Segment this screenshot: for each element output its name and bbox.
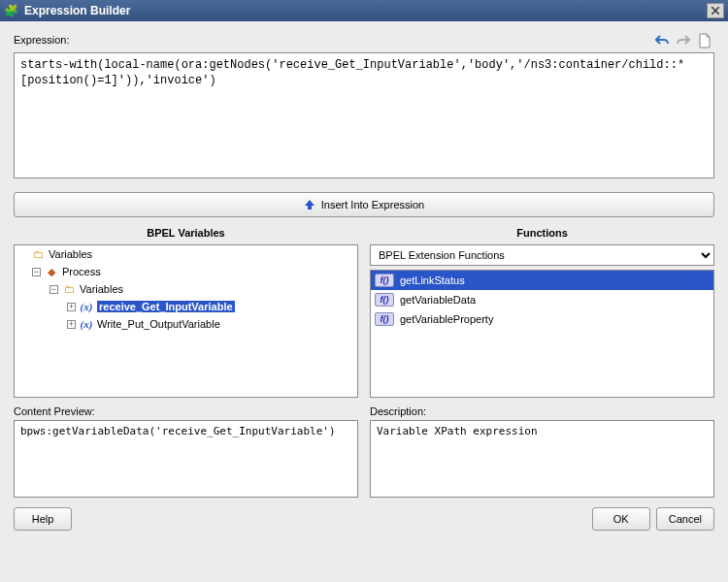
function-label: getLinkStatus — [400, 275, 465, 286]
expression-label: Expression: — [14, 34, 69, 46]
variable-icon: (x) — [80, 317, 93, 331]
function-item[interactable]: f() getVariableData — [371, 290, 713, 309]
close-button[interactable] — [707, 3, 724, 18]
function-icon: f() — [375, 312, 394, 326]
cancel-button[interactable]: Cancel — [656, 507, 714, 531]
folder-icon: 🗀 — [31, 247, 45, 261]
function-label: getVariableProperty — [400, 313, 493, 325]
process-icon: ◆ — [45, 265, 58, 278]
clear-button[interactable] — [695, 31, 714, 50]
expression-textarea[interactable]: starts-with(local-name(ora:getNodes('rec… — [14, 52, 714, 178]
collapse-icon[interactable]: − — [32, 268, 41, 276]
titlebar: 🧩 Expression Builder — [0, 0, 728, 21]
folder-icon: 🗀 — [62, 282, 76, 296]
collapse-icon[interactable]: − — [50, 285, 58, 294]
undo-icon — [654, 33, 670, 48]
insert-up-icon — [304, 199, 315, 210]
function-icon: f() — [375, 274, 394, 287]
insert-button-label: Insert Into Expression — [321, 199, 424, 210]
tree-node-process[interactable]: − ◆ Process — [15, 263, 357, 280]
tree-node-variable[interactable]: + (x) receive_Get_InputVariable — [15, 298, 357, 315]
tree-node-variable[interactable]: + (x) Write_Put_OutputVariable — [15, 315, 357, 333]
tree-label: Write_Put_OutputVariable — [97, 318, 220, 330]
redo-button[interactable] — [674, 31, 693, 50]
insert-into-expression-button[interactable]: Insert Into Expression — [14, 192, 714, 217]
ok-button[interactable]: OK — [592, 507, 650, 531]
description-area: Variable XPath expression — [370, 420, 714, 498]
function-category-dropdown[interactable]: BPEL Extension Functions — [370, 244, 714, 266]
undo-button[interactable] — [652, 31, 672, 50]
expand-icon[interactable]: + — [67, 303, 76, 311]
functions-header: Functions — [370, 225, 714, 244]
variable-icon: (x) — [80, 300, 93, 313]
tree-label: Process — [62, 266, 101, 277]
window-title: Expression Builder — [24, 4, 130, 17]
functions-list-panel[interactable]: f() getLinkStatus f() getVariableData f(… — [370, 270, 714, 398]
function-item[interactable]: f() getLinkStatus — [371, 271, 713, 290]
page-icon — [698, 33, 711, 48]
function-icon: f() — [375, 293, 394, 307]
expand-icon[interactable]: + — [67, 320, 76, 329]
tree-label: Variables — [80, 283, 123, 295]
close-icon — [711, 7, 719, 15]
function-label: getVariableData — [400, 294, 476, 306]
content-preview-area: bpws:getVariableData('receive_Get_InputV… — [14, 420, 358, 498]
redo-icon — [676, 33, 691, 48]
help-button[interactable]: Help — [14, 507, 72, 531]
function-item[interactable]: f() getVariableProperty — [371, 309, 713, 329]
app-icon: 🧩 — [4, 4, 18, 17]
dialog-footer: Help OK Cancel — [0, 498, 728, 544]
tree-label: Variables — [49, 248, 92, 260]
tree-root-variables[interactable]: 🗀 Variables — [15, 245, 357, 263]
tree-label: receive_Get_InputVariable — [97, 301, 235, 312]
bpel-variables-header: BPEL Variables — [14, 225, 358, 244]
tree-node-variables-folder[interactable]: − 🗀 Variables — [15, 280, 357, 298]
variables-tree-panel[interactable]: 🗀 Variables − ◆ Process − 🗀 Variables + … — [14, 244, 358, 398]
content-preview-label: Content Preview: — [14, 405, 358, 417]
description-label: Description: — [370, 405, 714, 417]
